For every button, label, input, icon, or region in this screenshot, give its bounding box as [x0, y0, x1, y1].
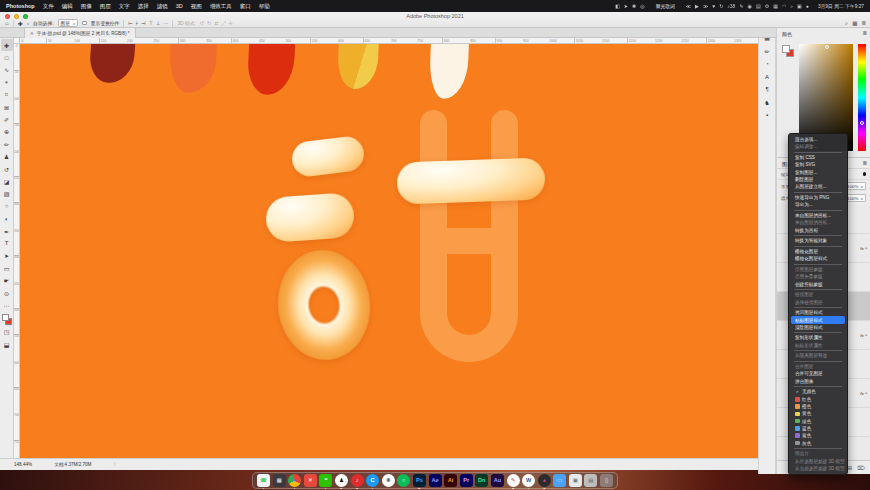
input-source-icon[interactable]: ▣ — [797, 3, 802, 10]
align-top-icon[interactable]: ⊤ — [149, 20, 153, 26]
context-menu-item[interactable]: 拷贝图层样式 — [791, 309, 845, 316]
dock-illustrator[interactable]: Ai — [444, 474, 457, 487]
context-menu-item[interactable]: 导出为... — [791, 201, 845, 208]
context-menu-item[interactable]: 停用图层蒙版 — [791, 266, 845, 273]
search-icon[interactable]: ⌕ — [790, 3, 793, 10]
context-menu-item[interactable]: 链接图层 — [791, 291, 845, 298]
zoom-tool[interactable]: ⊙ — [1, 287, 13, 299]
3d-slide-icon[interactable]: ⤢ — [221, 20, 225, 27]
context-menu-item[interactable]: 粘贴图层样式 — [791, 316, 845, 323]
context-menu-item[interactable]: 合并图层 — [791, 363, 845, 370]
panel-menu-icon[interactable]: ≣ — [862, 30, 867, 36]
context-menu-item[interactable]: 复制图层... — [791, 169, 845, 176]
marquee-tool[interactable]: □ — [1, 51, 13, 63]
dock-gray-item[interactable]: ▤ — [584, 474, 597, 487]
tab-color[interactable]: 颜色 — [782, 31, 792, 37]
context-menu-item[interactable]: 从当前选区新建 3D 模型 — [791, 465, 845, 472]
context-menu-item[interactable]: 转换为画框 — [791, 226, 845, 233]
crop-tool[interactable]: ⌗ — [1, 89, 13, 101]
toolbar-ellipsis[interactable]: ⋯ — [1, 299, 13, 311]
lyrics-app-title[interactable]: 聚光歌词 — [656, 3, 675, 9]
dock-green-app[interactable]: ○ — [397, 474, 410, 487]
search-icon[interactable]: ⌕ — [845, 20, 848, 27]
context-menu-item[interactable]: ✕ 无颜色 — [791, 388, 845, 395]
menubar-menu-item[interactable]: 文件 — [43, 3, 54, 10]
foreground-color-swatch[interactable] — [2, 314, 9, 321]
object-selection-tool[interactable]: ⌖ — [1, 76, 13, 88]
quick-mask-icon[interactable]: ◳ — [1, 326, 13, 338]
properties-panel-icon[interactable]: ▪ — [766, 112, 768, 118]
menubar-menu-item[interactable]: 文字 — [119, 3, 130, 10]
home-icon[interactable]: ⌂ — [5, 20, 9, 26]
screen-mirroring-icon[interactable]: ◧ — [615, 3, 620, 9]
align-right-icon[interactable]: ⊣ — [141, 20, 145, 26]
3d-roll-icon[interactable]: ↻ — [207, 20, 211, 27]
context-menu-item[interactable]: 来自图层的画框... — [791, 219, 845, 226]
character-panel-icon[interactable]: A — [765, 74, 769, 80]
context-menu-item[interactable]: 绿色 — [791, 417, 845, 424]
context-menu-item[interactable]: 来自图层的画板... — [791, 212, 845, 219]
context-menu-item[interactable]: 复制 SVG — [791, 161, 845, 168]
context-menu-item[interactable]: 红色 — [791, 396, 845, 403]
show-transform-checkbox[interactable] — [82, 21, 87, 26]
menubar-menu-item[interactable]: 3D — [176, 3, 183, 9]
context-menu-item[interactable]: 橙色 — [791, 403, 845, 410]
dock-netease-music[interactable]: ♪ — [351, 474, 364, 487]
dock-word[interactable]: W — [522, 474, 535, 487]
context-menu-item[interactable]: 明信片 — [791, 450, 845, 457]
menubar-menu-item[interactable]: 窗口 — [240, 3, 251, 10]
eyedropper-tool[interactable]: ✐ — [1, 113, 13, 125]
printer-icon[interactable]: ▤ — [756, 3, 761, 10]
context-menu-item[interactable]: 黄色 — [791, 410, 845, 417]
auto-select-dropdown[interactable]: 图层 ˅ — [58, 19, 79, 27]
type-tool[interactable]: T — [1, 237, 13, 249]
record-icon[interactable]: ◉ — [748, 3, 752, 10]
lock-all-icon[interactable] — [863, 172, 867, 176]
eraser-tool[interactable]: ◪ — [1, 175, 13, 187]
dock-preview-file[interactable]: ▣ — [569, 474, 582, 487]
document-canvas[interactable] — [20, 44, 758, 458]
clone-stamp-tool[interactable]: ♟ — [1, 151, 13, 163]
dock-safari[interactable]: C — [366, 474, 379, 487]
brush-settings-panel-icon[interactable]: ✏ — [764, 48, 769, 55]
new-layer-button[interactable]: ⊞ — [848, 465, 853, 471]
path-selection-tool[interactable]: ➤ — [1, 250, 13, 262]
3d-pan-icon[interactable]: ⇄ — [214, 20, 218, 27]
menubar-menu-item[interactable]: 滤镜 — [157, 3, 168, 10]
dock-wechat[interactable]: ❝ — [319, 474, 332, 487]
context-menu-item[interactable]: 灰色 — [791, 439, 845, 446]
workspace-switcher-icon[interactable]: ≣ — [861, 20, 866, 27]
dock-photoshop[interactable]: Ps — [413, 474, 426, 487]
menubar-menu-item[interactable]: 增效工具 — [210, 3, 232, 10]
dock-media-app[interactable]: ◕ — [538, 474, 551, 487]
dock-qq[interactable]: ♟ — [335, 474, 348, 487]
hue-slider-marker[interactable] — [860, 121, 864, 125]
dodge-tool[interactable]: ◐ — [1, 212, 13, 224]
layer-fx-badge[interactable]: fx ^ — [860, 391, 867, 396]
menubar-menu-item[interactable]: 视图 — [191, 3, 202, 10]
context-menu-item[interactable]: 合并可见图层 — [791, 370, 845, 377]
context-menu-item[interactable]: 清除图层样式 — [791, 324, 845, 331]
blur-tool[interactable]: ○ — [1, 200, 13, 212]
context-menu-item[interactable]: 快速导出为 PNG — [791, 194, 845, 201]
context-menu-item[interactable]: 停用矢量蒙版 — [791, 273, 845, 280]
panel-menu-icon[interactable]: ≣ — [862, 160, 867, 166]
libraries-panel-icon[interactable]: ♞ — [764, 99, 769, 106]
layer-fx-badge[interactable]: fx ^ — [860, 333, 867, 338]
status-options-arrow[interactable]: 〉 — [113, 462, 118, 467]
hand-tool[interactable]: ☛ — [1, 274, 13, 286]
next-track-icon[interactable]: ≫ — [703, 3, 708, 10]
gradient-tool[interactable]: ▨ — [1, 188, 13, 200]
dock-after-effects[interactable]: Ae — [429, 474, 442, 487]
extras-icon[interactable]: ▦ — [852, 20, 857, 27]
settings-gear-icon[interactable]: ⚙ — [765, 3, 769, 10]
dock-dimension[interactable]: Dn — [475, 474, 488, 487]
repeat-icon[interactable]: ↻ — [719, 3, 723, 10]
context-menu-item[interactable]: 蓝色 — [791, 425, 845, 432]
heart-icon[interactable]: ♥ — [712, 3, 715, 10]
color-field-marker[interactable] — [825, 45, 829, 49]
dock-white-app[interactable]: ❋ — [382, 474, 395, 487]
pencil-icon[interactable]: ✎ — [739, 3, 743, 10]
dock-launchpad[interactable]: ▦ — [273, 474, 286, 487]
context-menu-item[interactable]: 复制 CSS — [791, 154, 845, 161]
